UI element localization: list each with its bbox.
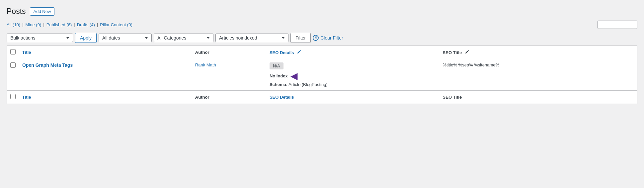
no-index-label: No Index (270, 73, 288, 78)
page-title: Posts (7, 7, 26, 17)
seo-title-edit-icon[interactable] (465, 49, 469, 54)
row-checkbox[interactable] (10, 62, 16, 68)
th-title-link[interactable]: Title (22, 50, 31, 55)
post-title-link[interactable]: Open Graph Meta Tags (22, 62, 73, 68)
add-new-button[interactable]: Add New (30, 7, 55, 16)
sep-2: | (43, 22, 44, 27)
clear-filter-icon: ✕ (313, 35, 319, 41)
filter-button[interactable]: Filter (290, 33, 311, 43)
th-seo-title-label: SEO Title (443, 50, 462, 55)
tfoot-checkbox (7, 90, 19, 104)
subsubsub-item-drafts[interactable]: Drafts (4) (77, 22, 95, 27)
subsubsub-item-mine[interactable]: Mine (9) (26, 22, 41, 27)
clear-filter-link[interactable]: ✕ Clear Filter (313, 35, 343, 41)
no-index-row: No Index ◀ (270, 71, 436, 81)
th-seo-details: SEO Details (266, 46, 440, 59)
sep-3: | (74, 22, 75, 27)
table-row: Open Graph Meta Tags Rank Math N/A No In… (7, 59, 637, 90)
th-author-label: Author (195, 50, 209, 55)
subsubsub-item-pillar[interactable]: Pillar Content (0) (100, 22, 132, 27)
schema-row: Schema: Article (BlogPosting) (270, 82, 436, 87)
na-badge: N/A (270, 62, 436, 71)
bulk-actions-select[interactable]: Bulk actions (7, 34, 73, 42)
select-all-checkbox[interactable] (10, 49, 16, 54)
date-filter-select[interactable]: All dates (99, 34, 152, 42)
tfoot-seo-title-label: SEO Title (443, 95, 462, 100)
seo-title-value: %title% %sep% %sitename% (443, 62, 500, 67)
tfoot-seo-title: SEO Title (440, 90, 637, 104)
td-checkbox (7, 59, 19, 90)
subsubsub-nav: All (10) | Mine (9) | Published (6) | Dr… (7, 21, 637, 29)
th-title: Title (19, 46, 192, 59)
author-link[interactable]: Rank Math (195, 62, 216, 67)
th-seo-details-link[interactable]: SEO Details (270, 50, 294, 55)
posts-table: Title Author SEO Details SEO Title (7, 46, 637, 104)
td-author: Rank Math (192, 59, 266, 90)
apply-button[interactable]: Apply (75, 33, 97, 43)
th-seo-title: SEO Title (440, 46, 637, 59)
search-input[interactable] (598, 21, 637, 29)
table-header-row: Title Author SEO Details SEO Title (7, 46, 637, 59)
schema-value: Article (BlogPosting) (288, 82, 328, 87)
subsubsub-item-published[interactable]: Published (6) (46, 22, 72, 27)
arrow-indicator: ◀ (290, 71, 298, 81)
tfoot-author: Author (192, 90, 266, 104)
td-seo-details: N/A No Index ◀ Schema: Article (BlogPost… (266, 59, 440, 90)
noindex-filter-select[interactable]: Articles noindexed (215, 34, 288, 42)
clear-filter-label: Clear Filter (320, 35, 343, 41)
schema-label: Schema: (270, 82, 287, 87)
td-seo-title: %title% %sep% %sitename% (440, 59, 637, 90)
select-all-footer-checkbox[interactable] (10, 94, 16, 99)
th-checkbox (7, 46, 19, 59)
filters-row: Bulk actions Apply All dates All Categor… (7, 33, 637, 46)
tfoot-title: Title (19, 90, 192, 104)
subsubsub-item-all[interactable]: All (10) (7, 22, 20, 27)
table-footer-row: Title Author SEO Details SEO Title (7, 90, 637, 104)
tfoot-author-label: Author (195, 95, 209, 100)
sep-1: | (22, 22, 23, 27)
th-author: Author (192, 46, 266, 59)
td-title: Open Graph Meta Tags (19, 59, 192, 90)
na-badge-label: N/A (270, 62, 283, 69)
sep-4: | (97, 22, 98, 27)
tfoot-seo-details: SEO Details (266, 90, 440, 104)
tfoot-seo-details-link[interactable]: SEO Details (270, 95, 294, 100)
category-filter-select[interactable]: All Categories (154, 34, 213, 42)
tfoot-title-link[interactable]: Title (22, 95, 31, 100)
seo-details-edit-icon[interactable] (297, 49, 301, 54)
